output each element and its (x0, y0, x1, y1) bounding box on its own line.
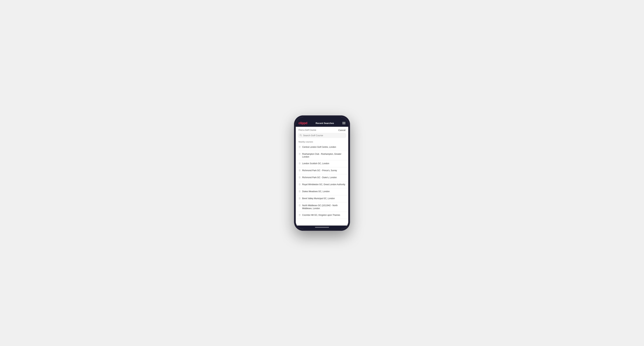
course-list-item[interactable]: Brent Valley Municipal GC, London (296, 195, 348, 202)
home-bar (315, 227, 329, 228)
course-list-item[interactable]: Central London Golf Centre, London (296, 144, 348, 151)
courses-list: Central London Golf Centre, London Roeha… (296, 144, 348, 225)
svg-point-10 (300, 205, 300, 206)
location-pin-icon (298, 190, 301, 193)
course-list-item[interactable]: North Middlesex GC (1011942 - North Midd… (296, 202, 348, 212)
course-list-item[interactable]: Dukes Meadows GC, London (296, 188, 348, 195)
svg-point-6 (300, 177, 300, 178)
svg-point-3 (300, 154, 300, 154)
app-header: clippd Recent Searches (296, 120, 348, 127)
location-pin-icon (298, 197, 301, 200)
svg-point-11 (300, 214, 300, 215)
course-name: Richmond Park GC - Prince's, Surrey (302, 169, 337, 172)
nearby-section-label: Nearby courses (296, 140, 348, 144)
cancel-button[interactable]: Cancel (338, 129, 346, 132)
course-name: Roehampton Club - Roehampton, Greater Lo… (302, 153, 346, 159)
search-input[interactable] (303, 134, 344, 137)
app-logo: clippd (298, 121, 307, 125)
phone-screen: clippd Recent Searches Find a Golf Cours… (296, 117, 348, 229)
course-name: Central London Golf Centre, London (302, 146, 336, 149)
svg-line-1 (301, 136, 302, 136)
course-name: North Middlesex GC (1011942 - North Midd… (302, 204, 346, 210)
course-name: Brent Valley Municipal GC, London (302, 197, 335, 200)
course-name: Richmond Park GC - Duke's, London (302, 176, 337, 179)
location-pin-icon (298, 146, 301, 149)
main-content: Find a Golf Course Cancel Nearby courses (296, 127, 348, 225)
search-container (296, 133, 348, 140)
find-header: Find a Golf Course Cancel (296, 127, 348, 133)
location-pin-icon (298, 214, 301, 217)
status-bar (296, 117, 348, 120)
svg-point-9 (300, 198, 300, 199)
course-name: Coombe Hill GC, Kingston upon Thames (302, 214, 340, 217)
phone-frame: clippd Recent Searches Find a Golf Cours… (294, 115, 350, 231)
location-pin-icon (298, 162, 301, 166)
course-list-item[interactable]: Richmond Park GC - Duke's, London (296, 174, 348, 181)
location-pin-icon (298, 183, 301, 186)
header-title: Recent Searches (316, 122, 334, 125)
svg-point-2 (300, 147, 300, 147)
search-box (298, 133, 346, 138)
location-pin-icon (298, 204, 301, 207)
course-list-item[interactable]: Richmond Park GC - Prince's, Surrey (296, 167, 348, 174)
menu-button[interactable] (342, 122, 346, 124)
course-list-item[interactable]: Coombe Hill GC, Kingston upon Thames (296, 212, 348, 219)
course-list-item[interactable]: Roehampton Club - Roehampton, Greater Lo… (296, 151, 348, 161)
course-list-item[interactable]: Royal Wimbledon GC, Great London Authori… (296, 181, 348, 188)
home-indicator (296, 225, 348, 229)
svg-point-5 (300, 170, 300, 171)
search-icon (300, 134, 302, 137)
location-pin-icon (298, 169, 301, 173)
svg-point-7 (300, 184, 300, 185)
course-name: Royal Wimbledon GC, Great London Authori… (302, 183, 345, 186)
course-list-item[interactable]: London Scottish GC, London (296, 160, 348, 167)
course-name: London Scottish GC, London (302, 162, 329, 165)
location-pin-icon (298, 153, 301, 156)
course-name: Dukes Meadows GC, London (302, 190, 330, 193)
svg-point-4 (300, 163, 300, 164)
svg-point-8 (300, 191, 300, 192)
find-label: Find a Golf Course (298, 129, 316, 131)
svg-point-0 (300, 135, 301, 136)
location-pin-icon (298, 176, 301, 179)
